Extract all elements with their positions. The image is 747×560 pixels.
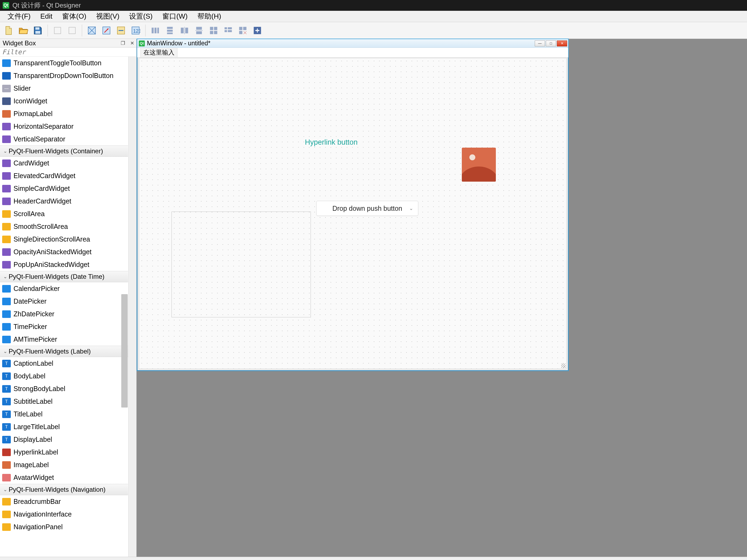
widget-label: DisplayLabel [14,435,52,444]
widget-item[interactable]: SimpleCardWidget [0,182,128,195]
dropdown-label: Drop down push button [332,205,403,212]
widget-item[interactable]: —Slider [0,82,128,95]
widget-item[interactable]: TSubtitleLabel [0,395,128,408]
widget-item[interactable]: AMTimePicker [0,333,128,346]
widget-item[interactable]: TBodyLabel [0,370,128,382]
widget-label: BreadcrumbBar [14,498,61,505]
widget-icon [2,285,11,293]
widget-list[interactable]: TransparentToggleToolButtonTransparentDr… [0,57,128,557]
widget-item[interactable]: HorizontalSeparator [0,120,128,133]
layout-v-button [163,24,176,37]
widget-item[interactable]: ElevatedCardWidget [0,169,128,182]
widget-category[interactable]: ⌄PyQt-Fluent-Widgets (Container) [0,145,128,157]
widget-item[interactable]: ScrollArea [0,208,128,220]
dropdown-push-button-widget[interactable]: Drop down push button ⌄ [316,201,418,216]
edit-widgets-button[interactable] [85,24,98,37]
widget-label: ElevatedCardWidget [14,172,75,180]
widget-item[interactable]: HeaderCardWidget [0,195,128,208]
widget-label: CardWidget [14,159,49,167]
scrollbar-thumb[interactable] [121,294,128,407]
save-file-button[interactable] [31,24,44,37]
widget-category[interactable]: ⌄PyQt-Fluent-Widgets (Navigation) [0,484,128,495]
widget-item[interactable]: TransparentToggleToolButton [0,57,128,69]
widget-icon [2,72,11,80]
resize-grip-icon[interactable] [561,364,566,368]
widget-category[interactable]: ⌄PyQt-Fluent-Widgets (Label) [0,346,128,357]
card-widget[interactable] [172,212,311,317]
design-canvas[interactable]: Qt MainWindow - untitled* — □ ✕ 在这里输入 Hy… [137,39,747,557]
widget-category[interactable]: ⌄PyQt-Fluent-Widgets (Date Time) [0,271,128,282]
widget-item[interactable]: IconWidget [0,95,128,107]
form-menubar[interactable]: 在这里输入 [137,48,568,57]
adjust-size-button[interactable] [251,24,264,37]
widget-item[interactable]: TLargeTitleLabel [0,421,128,433]
menu-view[interactable]: 视图(V) [91,10,125,22]
chevron-down-icon: ⌄ [409,205,413,211]
widget-item[interactable]: SingleDirectionScrollArea [0,233,128,246]
form-maximize-button[interactable]: □ [546,41,556,47]
panel-close-button[interactable]: ✕ [129,40,135,47]
widget-icon: T [2,423,11,431]
widget-icon: T [2,372,11,380]
widget-item[interactable]: TimePicker [0,320,128,333]
menu-help[interactable]: 帮助(H) [192,10,226,22]
widget-item[interactable]: SmoothScrollArea [0,220,128,233]
widget-item[interactable]: TDisplayLabel [0,433,128,446]
form-window[interactable]: Qt MainWindow - untitled* — □ ✕ 在这里输入 Hy… [137,38,569,371]
widget-item[interactable]: TStrongBodyLabel [0,382,128,395]
edit-signals-button[interactable] [100,24,113,37]
widget-item[interactable]: NavigationInterface [0,508,128,521]
widget-label: PopUpAniStackedWidget [14,261,89,269]
widget-icon [2,135,11,143]
edit-buddies-button[interactable] [114,24,127,37]
widget-label: TransparentDropDownToolButton [14,72,113,80]
status-bar [0,557,747,560]
form-close-button[interactable]: ✕ [557,41,567,47]
widget-item[interactable]: AvatarWidget [0,471,128,484]
widget-item[interactable]: PopUpAniStackedWidget [0,258,128,271]
widget-item[interactable]: NavigationPanel [0,521,128,533]
widget-item[interactable]: OpacityAniStackedWidget [0,246,128,258]
open-file-button[interactable] [17,24,30,37]
form-menu-placeholder[interactable]: 在这里输入 [140,48,177,57]
widget-icon [2,197,11,205]
chevron-down-icon: ⌄ [2,274,9,279]
widget-item[interactable]: CardWidget [0,157,128,169]
edit-taborder-button[interactable]: 123 [129,24,142,37]
widget-item[interactable]: ZhDatePicker [0,308,128,320]
widget-item[interactable]: DatePicker [0,295,128,308]
widget-label: PixmapLabel [14,110,53,118]
widget-filter-input[interactable] [0,48,136,57]
form-central-widget[interactable]: Hyperlink button Drop down push button ⌄ [139,58,567,369]
form-minimize-button[interactable]: — [535,41,545,47]
widget-item[interactable]: TTitleLabel [0,408,128,421]
widget-label: VerticalSeparator [14,135,66,143]
widget-item[interactable]: VerticalSeparator [0,133,128,145]
widget-icon [2,223,11,231]
menu-file[interactable]: 文件(F) [3,10,35,22]
widget-item[interactable]: BreadcrumbBar [0,495,128,508]
menu-settings[interactable]: 设置(S) [124,10,157,22]
widget-item[interactable]: TransparentDropDownToolButton [0,69,128,82]
widget-item[interactable]: ImageLabel [0,458,128,471]
form-titlebar[interactable]: Qt MainWindow - untitled* — □ ✕ [137,39,568,48]
menu-form[interactable]: 窗体(O) [57,10,91,22]
widget-label: ImageLabel [14,461,49,469]
widget-item[interactable]: PixmapLabel [0,107,128,120]
svg-rect-17 [185,28,188,33]
hyperlink-button-widget[interactable]: Hyperlink button [305,138,358,146]
menu-edit[interactable]: Edit [35,11,57,22]
widget-item[interactable]: CalendarPicker [0,282,128,295]
widget-item[interactable]: HyperlinkLabel [0,446,128,458]
widget-icon [2,160,11,167]
image-label-widget[interactable] [462,148,496,182]
menu-window[interactable]: 窗口(W) [157,10,192,22]
widget-item[interactable]: TCaptionLabel [0,357,128,370]
widget-label: LargeTitleLabel [14,423,60,431]
chevron-down-icon: ⌄ [2,148,9,154]
toolbar: 123 [0,22,747,39]
panel-float-button[interactable]: ❐ [120,40,126,47]
widget-list-scrollbar[interactable] [128,57,136,557]
new-file-button[interactable] [2,24,15,37]
break-layout-button [236,24,249,37]
